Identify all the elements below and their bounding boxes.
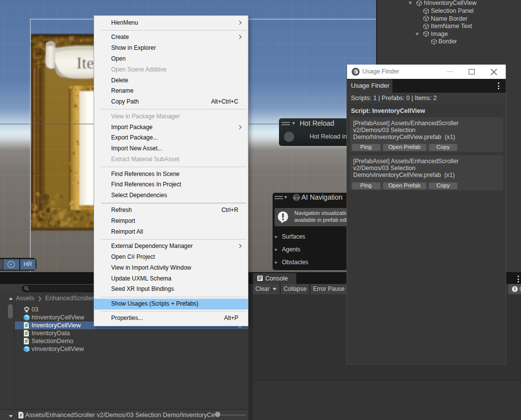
svg-text:#: # xyxy=(25,338,28,344)
svg-text:#: # xyxy=(25,330,28,336)
svg-text:Ite: Ite xyxy=(76,54,94,72)
svg-text:#: # xyxy=(25,322,28,328)
svg-text:#: # xyxy=(19,412,22,418)
